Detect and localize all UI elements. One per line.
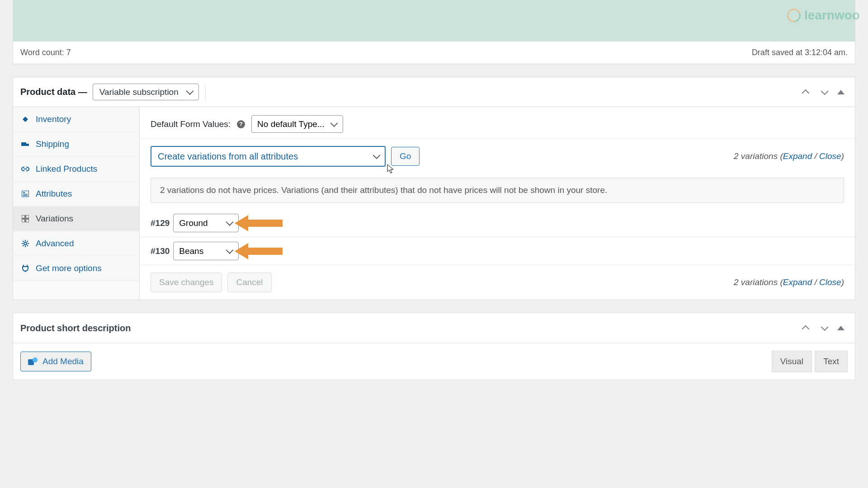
editor-tab-visual[interactable]: Visual — [772, 351, 812, 372]
variation-attribute-select[interactable]: Beans — [173, 242, 239, 260]
tab-label: Linked Products — [36, 164, 97, 174]
panel-move-down-icon[interactable] — [817, 85, 830, 99]
tab-attributes[interactable]: Attributes — [13, 182, 139, 206]
svg-rect-9 — [26, 219, 29, 222]
save-changes-button[interactable]: Save changes — [151, 272, 222, 292]
svg-rect-0 — [21, 142, 26, 146]
short-description-panel: Product short description Add Media Visu… — [13, 313, 855, 380]
add-media-label: Add Media — [42, 357, 84, 366]
svg-rect-4 — [23, 194, 28, 195]
tab-label: Inventory — [36, 114, 71, 124]
watermark-icon — [785, 6, 803, 25]
variation-attribute-select[interactable]: Ground — [173, 214, 239, 232]
top-banner: learnwoo — [13, 0, 855, 42]
product-data-header: Product data — Variable subscription — [13, 77, 855, 107]
cancel-button[interactable]: Cancel — [227, 272, 271, 292]
variation-row-130[interactable]: #130 Beans — [140, 237, 855, 265]
gear-icon — [21, 239, 29, 248]
short-description-title: Product short description — [20, 323, 131, 333]
variation-bulk-action-select[interactable]: Create variations from all attributes — [151, 146, 386, 167]
svg-rect-5 — [23, 195, 28, 196]
panel-move-up-icon[interactable] — [800, 85, 813, 99]
product-type-select[interactable]: Variable subscription — [93, 84, 199, 100]
link-icon — [21, 165, 29, 173]
variation-id: #129 — [151, 218, 170, 228]
tab-inventory[interactable]: Inventory — [13, 107, 139, 132]
expand-link[interactable]: Expand — [783, 277, 812, 287]
watermark: learnwoo — [787, 8, 860, 23]
default-form-values-row: Default Form Values: ? No default Type..… — [140, 107, 855, 139]
cursor-icon — [387, 164, 394, 174]
shipping-icon — [21, 140, 29, 148]
product-data-title: Product data — — [20, 87, 87, 97]
svg-rect-1 — [26, 144, 29, 146]
panel-toggle-icon[interactable] — [834, 85, 848, 99]
svg-rect-7 — [26, 215, 29, 218]
editor-status-bar: Word count: 7 Draft saved at 3:12:04 am. — [13, 42, 855, 64]
panel-move-down-icon[interactable] — [817, 321, 830, 335]
expand-link[interactable]: Expand — [783, 151, 812, 161]
word-count: Word count: 7 — [20, 48, 71, 57]
tab-linked-products[interactable]: Linked Products — [13, 157, 139, 182]
variations-count: 2 variations (Expand / Close) — [734, 277, 844, 287]
go-button[interactable]: Go — [391, 147, 420, 166]
panel-move-up-icon[interactable] — [800, 321, 813, 335]
variations-count: 2 variations (Expand / Close) — [734, 151, 844, 161]
tab-label: Get more options — [36, 263, 102, 273]
variations-footer: Save changes Cancel 2 variations (Expand… — [140, 265, 855, 300]
svg-rect-3 — [23, 192, 25, 193]
price-warning-notice: 2 variations do not have prices. Variati… — [151, 178, 844, 203]
variation-id: #130 — [151, 246, 170, 256]
short-description-toolbar: Add Media Visual Text — [13, 343, 855, 380]
tab-get-more-options[interactable]: Get more options — [13, 256, 139, 281]
arrow-annotation-icon — [235, 243, 283, 259]
close-link[interactable]: Close — [819, 151, 841, 161]
bulk-action-row: Create variations from all attributes Go… — [140, 139, 855, 174]
draft-saved: Draft saved at 3:12:04 am. — [752, 48, 848, 57]
product-data-panel: Product data — Variable subscription Inv… — [13, 77, 855, 300]
panel-toggle-icon[interactable] — [834, 321, 848, 335]
tab-label: Advanced — [36, 239, 74, 249]
attributes-icon — [21, 190, 29, 198]
tab-shipping[interactable]: Shipping — [13, 132, 139, 157]
svg-rect-6 — [22, 215, 25, 218]
tab-label: Variations — [36, 214, 73, 224]
arrow-annotation-icon — [235, 215, 283, 231]
close-link[interactable]: Close — [819, 277, 841, 287]
media-icon — [28, 357, 38, 366]
tab-label: Shipping — [36, 139, 69, 149]
variations-content: Default Form Values: ? No default Type..… — [140, 107, 855, 300]
help-icon[interactable]: ? — [237, 120, 245, 128]
add-media-button[interactable]: Add Media — [20, 352, 91, 371]
default-type-select[interactable]: No default Type... — [251, 115, 343, 133]
plugin-icon — [21, 264, 29, 272]
default-form-values-label: Default Form Values: — [151, 119, 231, 129]
tab-label: Attributes — [36, 189, 72, 199]
divider — [205, 84, 206, 100]
svg-rect-8 — [22, 219, 25, 222]
svg-point-10 — [24, 242, 27, 245]
tab-advanced[interactable]: Advanced — [13, 231, 139, 256]
watermark-text: learnwoo — [804, 8, 860, 23]
inventory-icon — [21, 115, 29, 123]
short-description-header: Product short description — [13, 313, 855, 343]
variations-icon — [21, 215, 29, 223]
variation-row-129[interactable]: #129 Ground — [140, 209, 855, 237]
product-data-tabs: Inventory Shipping Linked Products Attri… — [13, 107, 140, 300]
editor-tab-text[interactable]: Text — [815, 351, 848, 372]
tab-variations[interactable]: Variations — [13, 206, 139, 231]
